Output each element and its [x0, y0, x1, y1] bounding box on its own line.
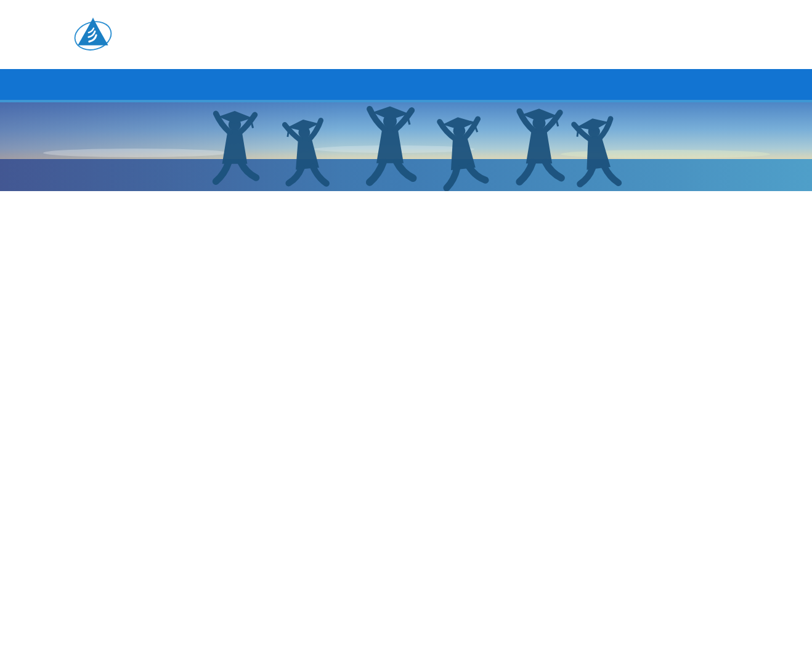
qr-code-image: [683, 6, 734, 58]
main-content: [0, 216, 812, 233]
site-logo[interactable]: [73, 14, 124, 54]
sidebar-divider-label: [73, 216, 181, 233]
wechat-qr-block: [683, 6, 738, 58]
logo-icon: [73, 14, 113, 54]
main-nav: [0, 69, 812, 100]
site-header: [0, 0, 812, 69]
banner-image: [0, 100, 812, 191]
banner-graduates-illustration: [0, 100, 812, 191]
sidebar: [73, 216, 181, 233]
